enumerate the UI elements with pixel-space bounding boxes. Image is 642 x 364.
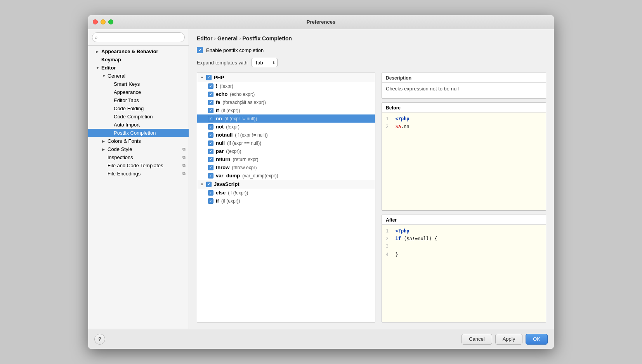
tl-item-if[interactable]: if (if (expr)): [197, 106, 375, 114]
item-desc: (if (expr != null)): [224, 116, 257, 121]
js-group-label: JavaScript: [214, 181, 239, 187]
description-text: Checks expression not to be null: [382, 83, 546, 98]
minimize-button[interactable]: [101, 19, 106, 24]
sidebar-item-editor[interactable]: ▼ Editor: [88, 64, 189, 72]
item-key: par: [216, 148, 224, 154]
sidebar-item-file-encodings[interactable]: File Encodings ⧉: [88, 170, 189, 178]
sidebar-item-label: Postfix Completion: [114, 130, 156, 136]
tl-item-nn[interactable]: nn (if (expr != null)): [197, 114, 375, 123]
sidebar-item-smart-keys[interactable]: Smart Keys: [88, 80, 189, 88]
sidebar-item-code-style[interactable]: ▶ Code Style ⧉: [88, 145, 189, 153]
before-title: Before: [382, 103, 546, 113]
sidebar-tree: ▶ Appearance & Behavior Keymap ▼ Editor …: [88, 46, 189, 329]
item-key: if: [216, 107, 219, 113]
tl-item-par[interactable]: par ((expr)): [197, 147, 375, 155]
sidebar-item-label: Editor: [101, 65, 116, 71]
sidebar-item-inspections[interactable]: Inspections ⧉: [88, 153, 189, 161]
php-group-checkbox[interactable]: [206, 75, 212, 80]
sidebar-item-label: Appearance & Behavior: [101, 49, 158, 54]
php-group-header[interactable]: ▼ PHP: [197, 73, 375, 82]
sidebar-item-label: Code Style: [108, 146, 132, 152]
item-key: !: [216, 83, 217, 89]
sidebar-item-colors-fonts[interactable]: ▶ Colors & Fonts: [88, 137, 189, 145]
help-button[interactable]: ?: [94, 334, 105, 345]
tl-item-js-else[interactable]: else (if (!expr)): [197, 189, 375, 197]
item-desc: (echo expr;): [230, 92, 255, 97]
item-checkbox[interactable]: [208, 173, 213, 179]
sidebar-item-appearance-behavior[interactable]: ▶ Appearance & Behavior: [88, 47, 189, 55]
line-number: 4: [386, 252, 389, 257]
item-key: fe: [216, 99, 220, 105]
cancel-button[interactable]: Cancel: [462, 334, 492, 345]
search-input[interactable]: [92, 32, 185, 42]
item-checkbox[interactable]: [208, 149, 213, 154]
js-group-checkbox[interactable]: [206, 182, 212, 187]
item-checkbox[interactable]: [208, 157, 213, 162]
sidebar-item-keymap[interactable]: Keymap: [88, 55, 189, 64]
item-checkbox[interactable]: [208, 198, 213, 204]
after-line-1: 1 <?php: [386, 227, 542, 235]
enable-postfix-label: Enable postfix completion: [206, 47, 264, 53]
expand-arrow: ▶: [96, 50, 100, 54]
item-desc: (var_dump(expr)): [242, 173, 278, 179]
tl-item-null[interactable]: null (if (expr == null)): [197, 139, 375, 147]
ok-button[interactable]: OK: [526, 334, 548, 345]
sidebar-item-auto-import[interactable]: Auto Import: [88, 121, 189, 129]
line-number: 1: [386, 116, 389, 121]
item-checkbox[interactable]: [208, 100, 213, 105]
item-key: return: [216, 156, 231, 162]
tl-item-var-dump[interactable]: var_dump (var_dump(expr)): [197, 172, 375, 180]
sidebar-item-editor-tabs[interactable]: Editor Tabs: [88, 96, 189, 104]
item-checkbox[interactable]: [208, 165, 213, 170]
item-desc: (foreach($it as expr)): [223, 100, 266, 105]
item-desc: (!expr): [220, 83, 233, 89]
item-checkbox[interactable]: [208, 83, 213, 89]
sidebar-item-label: Auto Import: [114, 122, 140, 128]
item-desc: (throw expr): [232, 165, 257, 170]
sidebar-item-code-folding[interactable]: Code Folding: [88, 104, 189, 113]
apply-button[interactable]: Apply: [495, 334, 523, 345]
maximize-button[interactable]: [108, 19, 113, 24]
breadcrumb-sep2: ›: [239, 35, 243, 42]
window-controls: [93, 19, 113, 24]
tl-item-echo[interactable]: echo (echo expr;): [197, 90, 375, 98]
right-pane: Description Checks expression not to be …: [382, 73, 546, 322]
close-button[interactable]: [93, 19, 98, 24]
item-key: if: [216, 198, 219, 204]
expand-label: Expand templates with: [197, 60, 248, 66]
tl-item-return[interactable]: return (return expr): [197, 155, 375, 163]
code-token: ($a!=null) {: [401, 236, 437, 241]
expand-select[interactable]: Tab Space Enter: [252, 58, 278, 67]
line-number: 3: [386, 244, 389, 249]
item-checkbox[interactable]: [208, 124, 213, 130]
sidebar-item-code-completion[interactable]: Code Completion: [88, 113, 189, 121]
after-title: After: [382, 215, 546, 225]
code-token: }: [395, 252, 398, 257]
expand-arrow: ▶: [102, 147, 106, 151]
tl-item-excl[interactable]: ! (!expr): [197, 82, 375, 90]
tl-item-throw[interactable]: throw (throw expr): [197, 163, 375, 172]
sidebar-item-label: Code Completion: [114, 114, 153, 120]
sidebar-item-appearance[interactable]: Appearance: [88, 88, 189, 96]
item-checkbox[interactable]: [208, 190, 213, 196]
after-line-4: 4 }: [386, 251, 542, 258]
main-content: Editor › General › Postfix Completion En…: [189, 29, 554, 329]
item-key: echo: [216, 91, 227, 97]
item-checkbox[interactable]: [208, 132, 213, 138]
js-group-header[interactable]: ▼ JavaScript: [197, 180, 375, 189]
sidebar-item-file-code-templates[interactable]: File and Code Templates ⧉: [88, 161, 189, 170]
sidebar: ⌕ ▶ Appearance & Behavior Keymap ▼: [88, 29, 189, 329]
item-checkbox[interactable]: [208, 116, 213, 121]
item-checkbox[interactable]: [208, 108, 213, 113]
tl-item-not[interactable]: not (!expr): [197, 123, 375, 131]
enable-postfix-checkbox[interactable]: [197, 47, 203, 53]
sidebar-item-label: Keymap: [101, 57, 121, 62]
tl-item-js-if[interactable]: if (if (expr)): [197, 197, 375, 205]
item-checkbox[interactable]: [208, 140, 213, 146]
item-checkbox[interactable]: [208, 92, 213, 97]
tl-item-fe[interactable]: fe (foreach($it as expr)): [197, 98, 375, 106]
sidebar-item-general[interactable]: ▼ General: [88, 72, 189, 80]
template-list-pane: ▼ PHP ! (!expr) echo (echo expr;): [197, 73, 375, 322]
sidebar-item-postfix-completion[interactable]: Postfix Completion: [88, 129, 189, 137]
tl-item-notnull[interactable]: notnull (if (expr != null)): [197, 131, 375, 139]
